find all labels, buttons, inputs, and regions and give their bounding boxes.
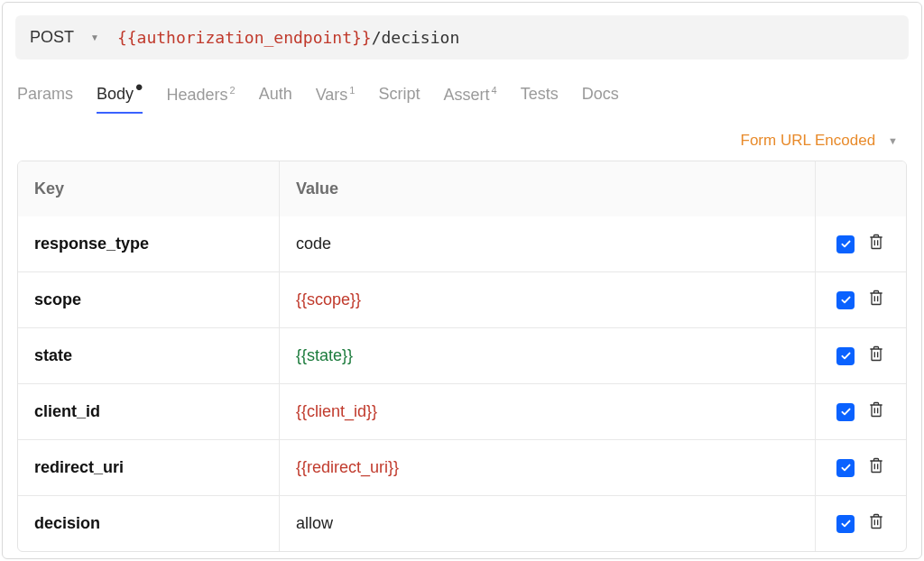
param-value: {{redirect_uri}}: [296, 458, 399, 477]
column-header-value: Value: [280, 161, 816, 216]
row-actions: [816, 496, 906, 551]
param-value-cell[interactable]: {{client_id}}: [280, 384, 816, 439]
method-selector[interactable]: POST ▼: [30, 28, 117, 47]
param-key[interactable]: response_type: [18, 216, 280, 271]
delete-button[interactable]: [867, 400, 885, 424]
trash-icon: [867, 455, 885, 475]
tab-label: Headers: [166, 86, 227, 104]
tab-auth[interactable]: Auth: [259, 85, 292, 114]
trash-icon: [867, 511, 885, 531]
table-header-row: Key Value: [18, 161, 906, 216]
row-actions: [816, 440, 906, 495]
table-row: response_typecode: [18, 216, 906, 271]
table-row: state{{state}}: [18, 327, 906, 383]
enable-checkbox[interactable]: [836, 403, 855, 421]
trash-icon: [867, 232, 885, 252]
tab-params[interactable]: Params: [17, 85, 73, 114]
check-icon: [840, 238, 852, 250]
row-actions: [816, 328, 906, 383]
tab-badge: 2: [230, 85, 236, 96]
tab-headers[interactable]: Headers2: [166, 85, 235, 114]
tab-label: Tests: [521, 85, 559, 103]
enable-checkbox[interactable]: [836, 515, 855, 533]
check-icon: [840, 294, 852, 306]
tab-tests[interactable]: Tests: [521, 85, 559, 114]
tab-body[interactable]: Body•: [97, 85, 143, 114]
table-row: decisionallow: [18, 495, 906, 551]
check-icon: [840, 350, 852, 362]
method-label: POST: [30, 28, 74, 47]
tab-label: Assert: [443, 86, 489, 104]
chevron-down-icon: ▼: [888, 135, 898, 146]
tab-docs[interactable]: Docs: [582, 85, 619, 114]
param-key[interactable]: decision: [18, 496, 280, 551]
url-variable: {{authorization_endpoint}}: [117, 28, 372, 47]
row-actions: [816, 272, 906, 327]
param-value: {{client_id}}: [296, 402, 377, 421]
tab-badge: 4: [492, 85, 497, 96]
delete-button[interactable]: [867, 455, 885, 480]
param-value-cell[interactable]: code: [280, 216, 816, 271]
url-bar: POST ▼ {{authorization_endpoint}}/decisi…: [15, 15, 909, 60]
tab-label: Vars: [316, 86, 348, 104]
param-key[interactable]: state: [18, 328, 280, 383]
param-value-cell[interactable]: allow: [280, 496, 816, 551]
param-value-cell[interactable]: {{scope}}: [280, 272, 816, 327]
enable-checkbox[interactable]: [836, 291, 855, 309]
tab-badge: 1: [349, 85, 355, 96]
param-value-cell[interactable]: {{redirect_uri}}: [280, 440, 816, 495]
row-actions: [816, 216, 906, 271]
trash-icon: [867, 344, 885, 363]
tab-label: Auth: [259, 85, 292, 103]
param-value: code: [296, 235, 331, 253]
row-actions: [816, 384, 906, 439]
tab-assert[interactable]: Assert4: [443, 85, 496, 114]
param-key[interactable]: scope: [18, 272, 280, 327]
form-table: Key Value response_typecodescope{{scope}…: [17, 161, 907, 552]
body-encoding-selector[interactable]: Form URL Encoded ▼: [3, 114, 921, 161]
enable-checkbox[interactable]: [836, 347, 855, 365]
param-key[interactable]: client_id: [18, 384, 280, 439]
column-header-key: Key: [18, 161, 280, 216]
delete-button[interactable]: [867, 511, 885, 536]
tab-label: Script: [378, 85, 420, 103]
body-encoding-label: Form URL Encoded: [741, 132, 876, 150]
check-icon: [840, 406, 852, 418]
table-row: redirect_uri{{redirect_uri}}: [18, 439, 906, 495]
request-url[interactable]: {{authorization_endpoint}}/decision: [117, 28, 459, 47]
tab-vars[interactable]: Vars1: [316, 85, 356, 114]
url-path: /decision: [372, 28, 460, 47]
delete-button[interactable]: [867, 288, 885, 312]
chevron-down-icon: ▼: [90, 32, 99, 42]
check-icon: [840, 518, 852, 529]
tab-script[interactable]: Script: [378, 85, 420, 114]
param-value: {{state}}: [296, 346, 353, 365]
request-editor: POST ▼ {{authorization_endpoint}}/decisi…: [2, 2, 922, 559]
param-value: allow: [296, 514, 333, 533]
request-tabs: ParamsBody•Headers2AuthVars1ScriptAssert…: [3, 60, 921, 114]
tab-label: Params: [17, 85, 73, 103]
column-header-actions: [816, 161, 906, 216]
param-key[interactable]: redirect_uri: [18, 440, 280, 495]
trash-icon: [867, 400, 885, 419]
table-row: scope{{scope}}: [18, 271, 906, 327]
modified-dot-icon: •: [135, 75, 143, 99]
enable-checkbox[interactable]: [836, 459, 855, 477]
param-value: {{scope}}: [296, 290, 361, 309]
trash-icon: [867, 288, 885, 308]
param-value-cell[interactable]: {{state}}: [280, 328, 816, 383]
table-row: client_id{{client_id}}: [18, 383, 906, 439]
enable-checkbox[interactable]: [836, 235, 855, 253]
tab-label: Docs: [582, 85, 619, 103]
check-icon: [840, 462, 852, 474]
tab-label: Body: [97, 85, 134, 103]
delete-button[interactable]: [867, 232, 885, 256]
delete-button[interactable]: [867, 344, 885, 368]
